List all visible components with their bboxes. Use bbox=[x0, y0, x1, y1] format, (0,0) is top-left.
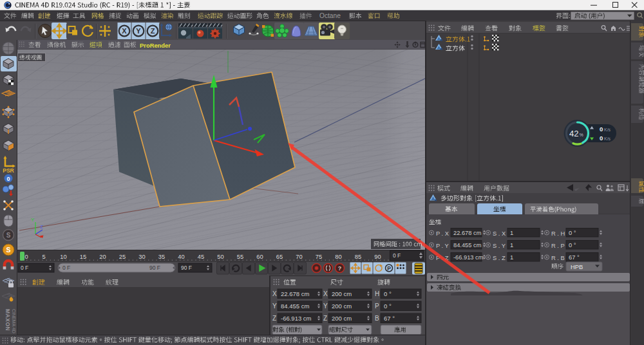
svg-text:Y: Y bbox=[136, 27, 141, 35]
svg-text:67 °: 67 ° bbox=[569, 254, 580, 261]
svg-text:S: S bbox=[6, 232, 11, 239]
svg-text:1: 1 bbox=[510, 254, 513, 261]
svg-text:0: 0 bbox=[600, 126, 603, 133]
svg-text:25: 25 bbox=[119, 254, 126, 260]
svg-text:P: P bbox=[375, 303, 379, 310]
svg-text:30: 30 bbox=[138, 254, 145, 260]
svg-text:H: H bbox=[375, 290, 379, 297]
svg-text:0 °: 0 ° bbox=[569, 242, 576, 248]
svg-text:200 cm: 200 cm bbox=[332, 303, 352, 310]
svg-text:X: X bbox=[323, 290, 328, 297]
svg-text:35: 35 bbox=[158, 254, 165, 260]
svg-text:200 cm: 200 cm bbox=[332, 290, 352, 297]
svg-text:%: % bbox=[580, 133, 583, 137]
svg-text:0: 0 bbox=[24, 254, 28, 260]
svg-text:50: 50 bbox=[217, 254, 223, 260]
svg-text:70: 70 bbox=[296, 254, 302, 260]
svg-text:80: 80 bbox=[335, 254, 341, 260]
svg-text:20: 20 bbox=[99, 254, 106, 260]
svg-text:S . Y: S . Y bbox=[493, 243, 506, 249]
svg-text:PSR: PSR bbox=[3, 167, 14, 174]
svg-text:P . Z: P . Z bbox=[436, 255, 449, 261]
svg-text:200 cm: 200 cm bbox=[332, 315, 352, 322]
svg-text:0 °: 0 ° bbox=[384, 290, 392, 297]
svg-text:0 F: 0 F bbox=[62, 265, 70, 271]
svg-text:0: 0 bbox=[600, 135, 603, 142]
svg-text:10: 10 bbox=[60, 254, 66, 260]
svg-text:B: B bbox=[375, 315, 379, 322]
svg-text:K/s: K/s bbox=[604, 136, 611, 141]
svg-text:84.455 cm: 84.455 cm bbox=[453, 242, 482, 248]
svg-text:P: P bbox=[387, 265, 391, 272]
svg-text:X: X bbox=[122, 27, 127, 35]
svg-text:1: 1 bbox=[510, 242, 513, 248]
svg-text:Z: Z bbox=[40, 224, 43, 230]
svg-text:75: 75 bbox=[316, 254, 322, 260]
svg-text:0 F: 0 F bbox=[21, 265, 28, 271]
svg-text:0 °: 0 ° bbox=[569, 230, 576, 236]
svg-text:65: 65 bbox=[276, 254, 283, 260]
svg-text:5: 5 bbox=[42, 254, 45, 260]
svg-text:42: 42 bbox=[569, 129, 578, 138]
svg-text:?: ? bbox=[338, 265, 342, 272]
svg-text:R . P: R . P bbox=[551, 243, 565, 249]
svg-text:0: 0 bbox=[6, 176, 10, 182]
svg-text:22.678 cm: 22.678 cm bbox=[453, 230, 482, 236]
svg-text:90: 90 bbox=[374, 254, 381, 260]
svg-text:S . Z: S . Z bbox=[493, 255, 506, 261]
svg-text:Y: Y bbox=[31, 217, 35, 223]
svg-text:Z: Z bbox=[272, 315, 276, 322]
svg-text:0 °: 0 ° bbox=[384, 303, 392, 310]
svg-text:84.455 cm: 84.455 cm bbox=[281, 303, 309, 310]
svg-text:S . X: S . X bbox=[493, 230, 506, 237]
svg-text:K/s: K/s bbox=[604, 127, 611, 132]
svg-text:-66.913 cm: -66.913 cm bbox=[453, 254, 484, 261]
svg-text:60: 60 bbox=[256, 254, 263, 260]
svg-text:-66.913 cm: -66.913 cm bbox=[281, 315, 312, 322]
svg-text:CINEMA 4D: CINEMA 4D bbox=[12, 309, 16, 333]
svg-text:40: 40 bbox=[178, 254, 184, 260]
svg-text:45: 45 bbox=[198, 254, 204, 260]
svg-text:55: 55 bbox=[237, 254, 243, 260]
svg-text:Y: Y bbox=[272, 303, 277, 310]
svg-text:90 F: 90 F bbox=[149, 265, 160, 271]
svg-text:85: 85 bbox=[355, 254, 361, 260]
svg-text:X: X bbox=[272, 290, 277, 297]
svg-text:15: 15 bbox=[80, 254, 86, 260]
svg-text:R . B: R . B bbox=[551, 255, 565, 261]
svg-text:Z: Z bbox=[323, 315, 327, 322]
svg-text:P . X: P . X bbox=[436, 230, 449, 237]
svg-text:P . Y: P . Y bbox=[436, 243, 449, 249]
svg-text:22.678 cm: 22.678 cm bbox=[281, 290, 309, 297]
svg-text:90 F: 90 F bbox=[181, 265, 192, 271]
svg-text:1: 1 bbox=[510, 230, 513, 236]
svg-text:Y: Y bbox=[323, 303, 328, 310]
svg-text:67 °: 67 ° bbox=[384, 315, 395, 322]
svg-text:S: S bbox=[6, 246, 10, 254]
svg-text:MAXON: MAXON bbox=[5, 309, 11, 331]
svg-text:R . H: R . H bbox=[551, 230, 565, 237]
svg-text:HPB: HPB bbox=[571, 264, 583, 270]
svg-text:Z: Z bbox=[151, 27, 155, 35]
